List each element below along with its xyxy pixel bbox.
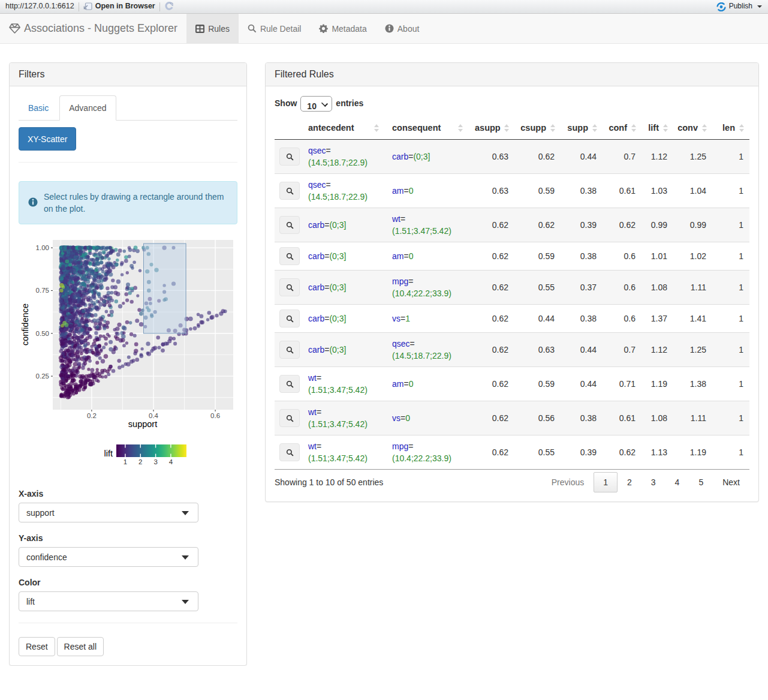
svg-text:4: 4 [169, 458, 173, 465]
svg-text:2: 2 [138, 458, 142, 465]
svg-text:0.2: 0.2 [87, 412, 97, 419]
svg-text:0.50: 0.50 [36, 330, 49, 337]
svg-text:3: 3 [153, 458, 157, 465]
svg-text:lift: lift [104, 449, 113, 458]
svg-text:0.75: 0.75 [36, 287, 49, 294]
svg-text:0.6: 0.6 [210, 412, 220, 419]
svg-text:0.25: 0.25 [36, 372, 49, 380]
svg-text:1: 1 [124, 458, 127, 465]
svg-text:1.00: 1.00 [36, 244, 49, 251]
svg-text:support: support [128, 419, 157, 429]
svg-text:0.4: 0.4 [149, 412, 159, 419]
svg-text:confidence: confidence [20, 304, 30, 346]
